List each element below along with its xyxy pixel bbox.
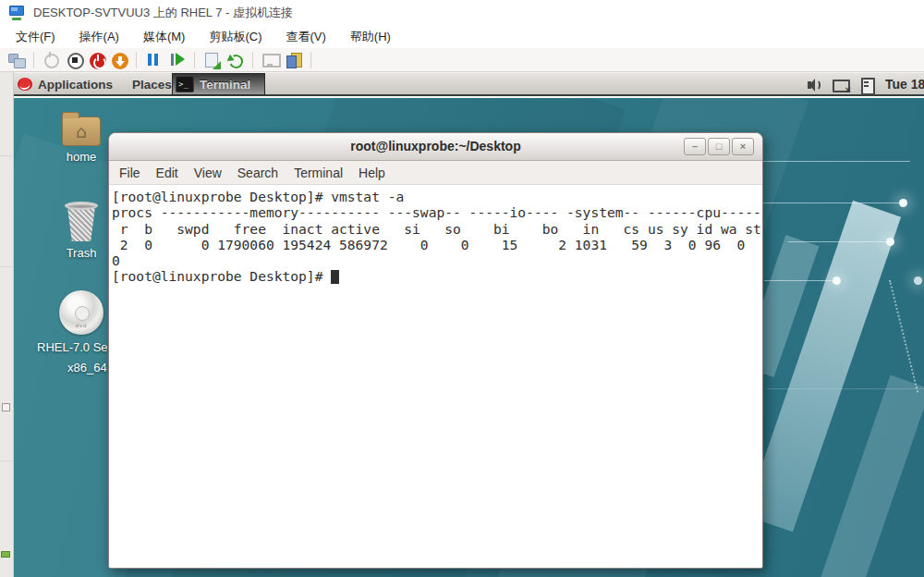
hyperv-titlebar: DESKTOP-SVTVUU3 上的 RHEL 7 - 虚拟机连接 bbox=[0, 0, 924, 25]
terminal-titlebar[interactable]: root@linuxprobe:~/Desktop – □ × bbox=[109, 133, 762, 161]
terminal-line: 0 bbox=[112, 252, 762, 268]
dvd-disc-icon: dvd bbox=[59, 290, 103, 335]
checkpoint-icon[interactable] bbox=[202, 51, 221, 69]
terminal-prompt: [root@linuxprobe Desktop]# bbox=[112, 268, 331, 284]
dvd-label-line1: RHEL-7.0 Se bbox=[37, 340, 108, 354]
menu-view[interactable]: 查看(V) bbox=[274, 26, 338, 48]
toolbar-separator bbox=[136, 52, 137, 68]
terminal-menu-view[interactable]: View bbox=[194, 166, 222, 180]
trash-icon bbox=[63, 202, 100, 242]
background-icon-fragment bbox=[2, 403, 10, 411]
toolbar-separator bbox=[252, 52, 253, 68]
terminal-icon: >_ bbox=[176, 76, 194, 92]
redhat-logo-icon bbox=[18, 78, 32, 91]
revert-icon[interactable] bbox=[226, 51, 245, 69]
terminal-content[interactable]: [root@linuxprobe Desktop]# vmstat -a pro… bbox=[109, 185, 762, 568]
shut-down-vm-icon[interactable] bbox=[90, 53, 106, 69]
menu-media[interactable]: 媒体(M) bbox=[131, 26, 198, 48]
terminal-window: root@linuxprobe:~/Desktop – □ × File Edi… bbox=[108, 132, 763, 569]
background-window-edge bbox=[0, 72, 14, 577]
pause-vm-icon[interactable] bbox=[144, 51, 163, 69]
menu-action[interactable]: 操作(A) bbox=[67, 26, 131, 48]
applications-menu[interactable]: Applications bbox=[32, 73, 118, 95]
clipboard-tray-icon[interactable] bbox=[858, 77, 877, 93]
close-button[interactable]: × bbox=[732, 138, 754, 155]
menu-file[interactable]: 文件(F) bbox=[4, 26, 67, 48]
toolbar-separator bbox=[33, 52, 34, 68]
enhanced-session-icon[interactable] bbox=[285, 51, 303, 69]
terminal-menu-file[interactable]: File bbox=[119, 166, 140, 180]
hyperv-window-title: DESKTOP-SVTVUU3 上的 RHEL 7 - 虚拟机连接 bbox=[33, 5, 293, 21]
terminal-menubar: File Edit View Search Terminal Help bbox=[109, 161, 762, 185]
gnome-panel: Applications Places >_ Terminal Tue 18 bbox=[14, 72, 924, 96]
dvd-label-line2: x86_64 bbox=[67, 361, 107, 374]
background-icon-fragment bbox=[1, 551, 10, 558]
terminal-prompt-line: [root@linuxprobe Desktop]# bbox=[112, 268, 762, 284]
taskbar-terminal-label: Terminal bbox=[200, 78, 250, 92]
terminal-menu-edit[interactable]: Edit bbox=[156, 166, 178, 180]
terminal-line: r b swpd free inact active si so bi bo i… bbox=[112, 221, 762, 237]
terminal-menu-help[interactable]: Help bbox=[359, 166, 385, 180]
taskbar-terminal-button[interactable]: >_ Terminal bbox=[172, 73, 265, 95]
terminal-cursor bbox=[331, 270, 339, 284]
display-settings-icon[interactable] bbox=[261, 51, 279, 69]
toolbar-separator bbox=[310, 52, 311, 68]
hyperv-menubar: 文件(F) 操作(A) 媒体(M) 剪贴板(C) 查看(V) 帮助(H) bbox=[0, 25, 924, 48]
turn-off-vm-icon[interactable] bbox=[66, 51, 84, 69]
places-menu[interactable]: Places bbox=[127, 73, 177, 95]
terminal-line: 2 0 0 1790060 195424 586972 0 0 15 2 103… bbox=[112, 237, 762, 252]
terminal-line: [root@linuxprobe Desktop]# vmstat -a bbox=[112, 189, 762, 204]
terminal-window-title: root@linuxprobe:~/Desktop bbox=[109, 139, 762, 153]
clock[interactable]: Tue 18 bbox=[885, 73, 924, 95]
ctrl-alt-del-icon[interactable] bbox=[7, 51, 26, 69]
screen: DESKTOP-SVTVUU3 上的 RHEL 7 - 虚拟机连接 文件(F) … bbox=[0, 0, 924, 577]
hyperv-toolbar bbox=[0, 48, 924, 72]
volume-icon[interactable] bbox=[806, 77, 824, 93]
reset-vm-icon[interactable] bbox=[168, 51, 187, 69]
minimize-button[interactable]: – bbox=[684, 138, 706, 155]
maximize-button[interactable]: □ bbox=[708, 138, 730, 155]
menu-help[interactable]: 帮助(H) bbox=[338, 26, 403, 48]
terminal-line: procs -----------memory---------- ---swa… bbox=[112, 204, 762, 220]
home-folder-icon: ⌂ bbox=[62, 117, 101, 146]
toolbar-separator bbox=[194, 52, 195, 68]
save-vm-icon[interactable] bbox=[112, 53, 128, 69]
start-vm-icon[interactable] bbox=[42, 51, 60, 69]
terminal-menu-terminal[interactable]: Terminal bbox=[294, 166, 343, 180]
hyperv-app-icon bbox=[9, 6, 25, 19]
menu-clipboard[interactable]: 剪贴板(C) bbox=[197, 26, 274, 48]
network-icon[interactable] bbox=[832, 77, 850, 93]
terminal-menu-search[interactable]: Search bbox=[237, 166, 278, 180]
vm-screen: Applications Places >_ Terminal Tue 18 ⌂… bbox=[14, 72, 924, 577]
